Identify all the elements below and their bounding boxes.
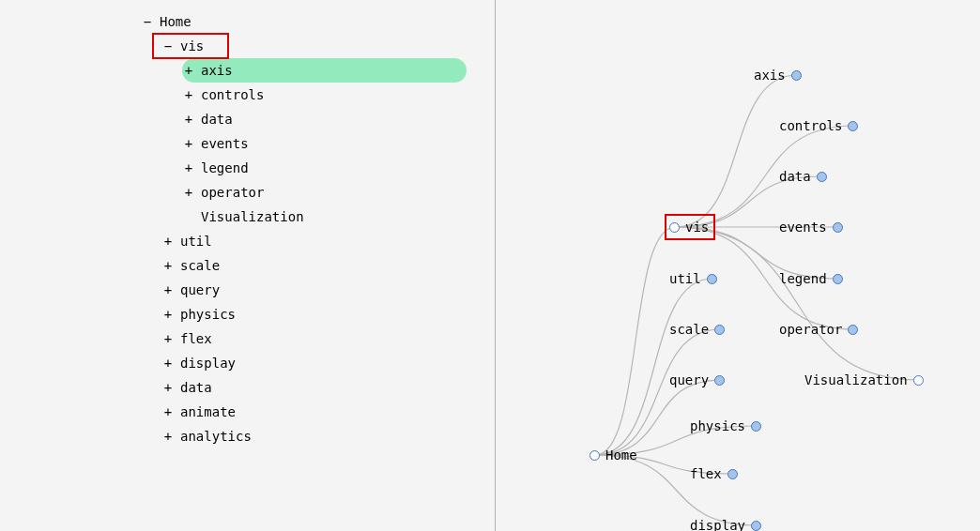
node-dot-icon bbox=[751, 421, 761, 432]
graph-node[interactable]: Visualization bbox=[804, 372, 924, 387]
expand-icon[interactable]: + bbox=[161, 282, 175, 297]
node-dot-icon bbox=[714, 375, 725, 386]
tree-label: events bbox=[195, 136, 249, 151]
graph-node[interactable]: events bbox=[779, 220, 843, 235]
node-label: legend bbox=[779, 271, 827, 286]
node-dot-icon bbox=[707, 274, 717, 284]
tree-label: legend bbox=[195, 160, 249, 175]
node-label: flex bbox=[690, 466, 722, 481]
tree-label: axis bbox=[195, 63, 233, 78]
tree-row[interactable]: +data bbox=[0, 107, 495, 131]
tree-row[interactable]: +display bbox=[0, 351, 495, 375]
node-label: controls bbox=[779, 118, 842, 133]
tree-label: Home bbox=[154, 14, 191, 29]
node-label: operator bbox=[779, 322, 842, 337]
tree-panel: −Home−vis+axis+controls+data+events+lege… bbox=[0, 0, 495, 531]
tree-row[interactable]: −Home bbox=[0, 9, 495, 34]
tree-label: Visualization bbox=[195, 209, 304, 224]
expand-icon[interactable]: + bbox=[161, 307, 175, 322]
expand-icon[interactable]: + bbox=[161, 404, 175, 419]
tree-label: scale bbox=[175, 258, 220, 273]
graph-node[interactable]: util bbox=[669, 271, 717, 286]
node-dot-icon bbox=[817, 172, 827, 182]
tree-row[interactable]: +flex bbox=[0, 326, 495, 351]
node-label: data bbox=[779, 169, 811, 184]
expand-icon[interactable]: + bbox=[182, 136, 195, 151]
expand-icon[interactable]: + bbox=[182, 112, 195, 127]
node-dot-icon bbox=[714, 325, 725, 335]
node-label: display bbox=[690, 518, 745, 531]
tree-row[interactable]: +data bbox=[0, 375, 495, 400]
expand-icon[interactable]: + bbox=[161, 429, 175, 444]
expand-icon[interactable]: + bbox=[182, 160, 195, 175]
tree-row[interactable]: +scale bbox=[0, 253, 495, 278]
expand-icon[interactable]: + bbox=[161, 258, 175, 273]
graph-node[interactable]: axis bbox=[754, 68, 802, 83]
tree-label: data bbox=[195, 112, 233, 127]
tree-row[interactable]: −vis bbox=[0, 34, 495, 58]
node-dot-icon bbox=[751, 521, 761, 531]
tree-row[interactable]: +legend bbox=[0, 156, 495, 180]
node-label: Visualization bbox=[804, 372, 908, 387]
tree-label: analytics bbox=[175, 429, 252, 444]
node-dot-icon bbox=[590, 450, 600, 461]
graph-node[interactable]: controls bbox=[779, 118, 858, 133]
tree-row[interactable]: +operator bbox=[0, 180, 495, 205]
graph-node[interactable]: flex bbox=[690, 466, 738, 481]
expand-icon[interactable]: + bbox=[182, 87, 195, 102]
tree-row[interactable]: +util bbox=[0, 229, 495, 253]
expand-icon[interactable]: + bbox=[161, 380, 175, 395]
node-dot-icon bbox=[833, 222, 843, 233]
node-dot-icon bbox=[913, 375, 924, 386]
graph-node[interactable]: scale bbox=[669, 322, 725, 337]
tree-label: animate bbox=[175, 404, 236, 419]
tree-label: display bbox=[175, 356, 236, 371]
tree-label: flex bbox=[175, 331, 212, 346]
graph-panel: Homevisutilscalequeryphysicsflexdisplaya… bbox=[495, 0, 980, 531]
tree-label: operator bbox=[195, 185, 264, 200]
tree-row[interactable]: +axis bbox=[0, 58, 495, 83]
tree-label: util bbox=[175, 234, 212, 249]
collapse-icon[interactable]: − bbox=[141, 14, 154, 29]
node-dot-icon bbox=[848, 325, 858, 335]
node-label: axis bbox=[754, 68, 786, 83]
graph-node[interactable]: legend bbox=[779, 271, 843, 286]
graph-node-home[interactable]: Home bbox=[590, 448, 637, 463]
node-label: Home bbox=[605, 448, 637, 463]
expand-icon[interactable]: + bbox=[182, 185, 195, 200]
tree-row[interactable]: Visualization bbox=[0, 205, 495, 229]
node-label: scale bbox=[669, 322, 709, 337]
tree-label: data bbox=[175, 380, 212, 395]
tree-row[interactable]: +physics bbox=[0, 302, 495, 326]
node-label: query bbox=[669, 372, 709, 387]
node-label: events bbox=[779, 220, 827, 235]
graph-node[interactable]: query bbox=[669, 372, 725, 387]
graph-node[interactable]: display bbox=[690, 518, 761, 531]
tree-label: physics bbox=[175, 307, 236, 322]
tree-row[interactable]: +analytics bbox=[0, 424, 495, 448]
graph-node[interactable]: physics bbox=[690, 418, 761, 433]
tree-row[interactable]: +animate bbox=[0, 400, 495, 424]
tree-label: query bbox=[175, 282, 220, 297]
node-dot-icon bbox=[833, 274, 843, 284]
tree-row[interactable]: +events bbox=[0, 131, 495, 156]
node-dot-icon bbox=[791, 70, 802, 81]
node-dot-icon bbox=[848, 121, 858, 131]
expand-icon[interactable]: + bbox=[182, 63, 195, 78]
highlight-box bbox=[665, 214, 715, 240]
node-label: util bbox=[669, 271, 701, 286]
node-dot-icon bbox=[727, 469, 738, 479]
expand-icon[interactable]: + bbox=[161, 234, 175, 249]
graph-node[interactable]: operator bbox=[779, 322, 858, 337]
expand-icon[interactable]: + bbox=[161, 356, 175, 371]
tree-row[interactable]: +controls bbox=[0, 83, 495, 107]
node-label: physics bbox=[690, 418, 745, 433]
highlight-box bbox=[152, 33, 229, 59]
graph-node[interactable]: data bbox=[779, 169, 827, 184]
tree-label: controls bbox=[195, 87, 264, 102]
expand-icon[interactable]: + bbox=[161, 331, 175, 346]
tree-row[interactable]: +query bbox=[0, 278, 495, 302]
